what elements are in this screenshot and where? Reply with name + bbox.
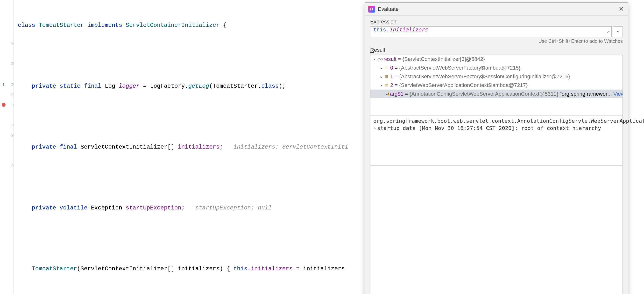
field: initializers (178, 144, 220, 150)
field: logger (119, 83, 140, 89)
field-icon: f (388, 92, 389, 96)
tree-row-arg1[interactable]: f arg$1 = {AnnotationConfigServletWebSer… (370, 90, 622, 98)
fold-toggle[interactable]: − (10, 61, 14, 66)
keyword: implements (88, 22, 122, 29)
tree-expand-icon[interactable] (372, 57, 377, 61)
dialog-title-bar[interactable]: IJ Evaluate ✕ (365, 3, 628, 16)
detail-line: org.springframework.boot.web.servlet.con… (373, 117, 620, 125)
fold-toggle[interactable]: − (10, 82, 14, 87)
field: .initializers (248, 265, 293, 272)
view-link[interactable]: View (613, 91, 623, 97)
dialog-title: Evaluate (378, 6, 399, 12)
fold-toggle[interactable]: − (10, 123, 14, 127)
result-label: Result: (370, 47, 623, 53)
label-text: xpression: (374, 19, 398, 25)
tree-key: arg$1 (390, 91, 404, 97)
tree-key: result (384, 56, 396, 62)
object-icon: ≡ (384, 65, 389, 71)
tree-value: {ServletContextInitializer[3]@5842} (402, 56, 485, 62)
wrap-icon: ↳ (374, 125, 376, 132)
tree-value: {AbstractServletWebServerFactory$Session… (399, 74, 570, 80)
code: = initializers (293, 265, 345, 272)
method: getLog (188, 83, 209, 89)
tree-row-item-0[interactable]: ≡ 0 = {AbstractServletWebServerFactory$l… (370, 64, 622, 72)
close-icon[interactable]: ✕ (618, 6, 625, 13)
tree-expand-icon[interactable] (386, 92, 388, 96)
object-icon: ≡ (384, 82, 389, 88)
params: (ServletContextInitializer[] initializer… (77, 265, 234, 272)
code: ); (279, 83, 286, 89)
inline-hint: startUpException: null (195, 205, 272, 211)
tree-row-item-2[interactable]: ≡ 2 = {ServletWebServerApplicationContex… (370, 81, 622, 90)
expression-input[interactable]: this.initializers ⤢ (370, 26, 612, 37)
tree-value: {AbstractServletWebServerFactory$lambda@… (399, 65, 520, 71)
code: (TomcatStarter. (209, 83, 261, 89)
expr-field: .initializers (386, 27, 428, 33)
tree-expand-icon[interactable] (379, 75, 384, 79)
editor-gutter[interactable]: ↥ − − − − − − − − (0, 0, 14, 294)
modifiers: private volatile (32, 205, 88, 211)
tree-row-item-1[interactable]: ≡ 1 = {AbstractServletWebServerFactory$S… (370, 72, 622, 81)
type: ServletContainerInitializer (126, 22, 220, 29)
tree-expand-icon[interactable] (379, 66, 384, 70)
fold-toggle[interactable]: − (10, 164, 14, 168)
expand-icon[interactable]: ⤢ (606, 30, 610, 34)
ellipsis: ... (608, 91, 612, 97)
fold-toggle[interactable]: − (10, 133, 14, 137)
tree-string: "org.springframewor (560, 91, 607, 97)
modifiers: private static final (32, 83, 102, 89)
type: ServletContextInitializer[] (80, 144, 174, 150)
detail-line: startup date [Mon Nov 30 16:27:54 CST 20… (377, 125, 601, 131)
editor[interactable]: ↥ − − − − − − − − class TomcatStarter im… (0, 0, 364, 294)
code: = LogFactory. (140, 83, 188, 89)
breakpoint-icon[interactable] (2, 103, 6, 107)
class-name: TomcatStarter (39, 22, 84, 29)
tree-value: {AnnotationConfigServletWebServerApplica… (410, 91, 558, 97)
fold-toggle[interactable]: − (10, 93, 14, 97)
constructor: TomcatStarter (32, 265, 77, 272)
fold-toggle[interactable]: − (10, 103, 14, 107)
tree-key: 2 (390, 82, 393, 88)
tree-value: {ServletWebServerApplicationContext$lamb… (399, 82, 528, 88)
expression-label: Expression: (370, 19, 623, 25)
object-icon: ≡ (384, 74, 389, 80)
code-content[interactable]: class TomcatStarter implements ServletCo… (18, 0, 364, 294)
array-icon: ○○ (377, 56, 382, 62)
keyword: class (18, 22, 35, 29)
expression-history-dropdown[interactable]: ▼ (613, 26, 623, 37)
intellij-logo-icon: IJ (368, 6, 375, 13)
type: Log (105, 83, 115, 89)
tree-key: 0 (390, 65, 393, 71)
tree-expand-icon[interactable] (379, 83, 384, 87)
fold-toggle[interactable]: − (10, 41, 14, 46)
tree-row-result[interactable]: ○○ result = {ServletContextInitializer[3… (370, 55, 622, 64)
inline-hint: initializers: ServletContextIniti (234, 144, 348, 150)
modified-line-indicator: ↥ (2, 82, 6, 87)
field: startUpException (126, 205, 181, 211)
tree-key: 1 (390, 74, 393, 80)
type: Exception (91, 205, 122, 211)
evaluate-dialog: IJ Evaluate ✕ Expression: this.initializ… (364, 3, 628, 294)
hint-text: Use Ctrl+Shift+Enter to add to Watches (370, 39, 623, 44)
modifiers: private final (32, 144, 77, 150)
keyword: this (234, 265, 248, 272)
expr-this: this (373, 27, 386, 33)
detail-pane[interactable]: org.springframework.boot.web.servlet.con… (370, 116, 623, 166)
result-tree[interactable]: ○○ result = {ServletContextInitializer[3… (370, 55, 623, 116)
keyword: class (261, 83, 279, 89)
lower-pane[interactable] (370, 166, 623, 294)
